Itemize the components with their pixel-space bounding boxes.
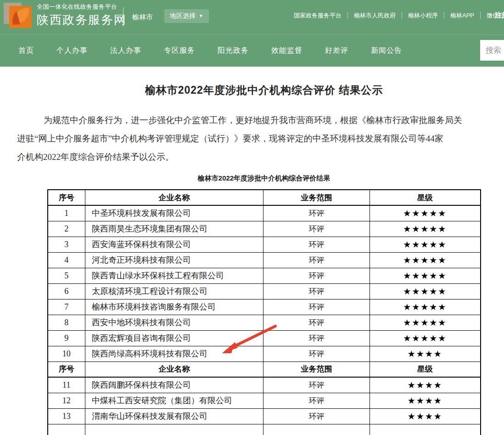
cell-name: 陕西青山绿水环保科技工程有限公司: [85, 268, 263, 283]
column-header: 星级: [370, 190, 481, 205]
cell-name: 陕西雨昊生态环境集团有限公司: [85, 221, 263, 237]
cell-name: 陕西尚绿高科环境科技有限公司: [85, 346, 263, 362]
star-rating-cell: ★★★★: [370, 346, 481, 362]
cell-scope: 环评: [263, 330, 370, 346]
nav-item[interactable]: 法人办事: [110, 46, 141, 56]
header-quick-links: 国家政务服务平台榆林市人民政府榆林小程序榆林APP微信公众号: [288, 12, 504, 19]
paragraph-line: 介机构2022年度综合评价结果予以公示。: [17, 148, 504, 166]
header-link[interactable]: 榆林市人民政府: [348, 12, 402, 19]
site-name: 陕西政务服务网: [37, 12, 127, 28]
cell-no: 3: [48, 237, 85, 252]
cell-name: 中圣环境科技发展有限公司: [85, 205, 263, 221]
nav-item[interactable]: 效能监督: [271, 46, 302, 56]
nav-item[interactable]: 首页: [18, 46, 34, 56]
nav-list: 首页个人办事法人办事专区服务阳光政务效能监督好差评新闻公告: [0, 35, 504, 67]
cell-scope: 环评: [263, 283, 370, 299]
nav-item[interactable]: 个人办事: [56, 46, 88, 56]
cell-no: 4: [48, 252, 85, 268]
cell-no: 7: [48, 299, 85, 315]
logo-icon: [4, 2, 32, 28]
header-link[interactable]: 国家政务服务平台: [288, 12, 348, 19]
site-header: 全国一体化在线政务服务平台 陕西政务服务网 榆林市 地区选择 ▼ 国家政务服务平…: [0, 0, 504, 34]
cell-scope: 环评: [263, 237, 370, 252]
star-rating-cell: ★★★★★: [370, 283, 481, 299]
star-rating-cell: ★★★★★: [370, 330, 481, 346]
cell-no: 1: [48, 205, 85, 221]
cell-name: 榆林市环境科技咨询服务有限公司: [85, 299, 263, 315]
cell-name: 太原核清环境工程设计有限公司: [85, 283, 263, 299]
cell-no: 13: [48, 408, 85, 424]
cell-no: 2: [48, 221, 85, 237]
table-row: 12中煤科工西安研究院（集团）有限公司环评★★★★: [48, 393, 481, 408]
region-select-label: 地区选择: [170, 12, 196, 20]
cell-scope: 环评: [263, 205, 370, 221]
header-link[interactable]: 榆林APP: [444, 12, 481, 19]
nav-item[interactable]: 好差评: [325, 46, 348, 56]
cell-no: [48, 424, 85, 435]
cell-scope: 环评: [263, 252, 370, 268]
cell-scope: 环评: [263, 299, 370, 315]
nav-item[interactable]: 新闻公告: [371, 46, 402, 56]
cell-name: 河北奇正环境科技有限公司: [85, 252, 263, 268]
cell-scope: 环评: [263, 346, 370, 362]
page-title: 榆林市2022年度涉批中介机构综合评价 结果公示: [0, 83, 504, 97]
cell-scope: 环评: [263, 268, 370, 283]
table-row: 10陕西尚绿高科环境科技有限公司环评★★★★: [48, 346, 481, 362]
column-header: 业务范围: [263, 190, 370, 205]
cell-name: [85, 424, 263, 435]
page-content: 榆林市2022年度涉批中介机构综合评价 结果公示 为规范中介服务行为，进一步强化…: [0, 83, 504, 435]
cell-scope: 环评: [263, 221, 370, 237]
paragraph-line: 为规范中介服务行为，进一步强化中介监管工作，更好地提升我市营商环境，根据《榆林市…: [17, 111, 504, 130]
star-rating-cell: ★★★★: [370, 408, 481, 424]
cell-scope: 环评: [263, 377, 370, 393]
star-rating-cell: ★★★★★: [370, 268, 481, 283]
column-header: 企业名称: [85, 362, 263, 377]
table-row: 9陕西宏辉项目咨询有限公司环评★★★★★: [48, 330, 481, 346]
column-header: 星级: [370, 362, 481, 377]
star-rating-cell: ★★★★★: [370, 237, 481, 252]
table-caption: 榆林市2022年度涉批中介机构综合评价结果: [0, 174, 504, 183]
cell-scope: 环评: [263, 408, 370, 424]
nav-item[interactable]: 专区服务: [164, 46, 195, 56]
nav-item[interactable]: 阳光政务: [218, 46, 249, 56]
cell-name: 陕西宏辉项目咨询有限公司: [85, 330, 263, 346]
chevron-down-icon: ▼: [199, 14, 203, 18]
cell-no: 5: [48, 268, 85, 283]
column-header: 序号: [48, 190, 85, 205]
search-input[interactable]: [480, 40, 504, 61]
cell-no: 11: [48, 377, 85, 393]
column-header: 企业名称: [85, 190, 263, 205]
star-rating-cell: ★★★★★: [370, 315, 481, 330]
star-rating-cell: ★★★★: [370, 377, 481, 393]
region-select-button[interactable]: 地区选择 ▼: [164, 9, 209, 23]
cell-name: 中煤科工西安研究院（集团）有限公司: [85, 393, 263, 408]
cell-no: 6: [48, 283, 85, 299]
announcement-paragraph: 为规范中介服务行为，进一步强化中介监管工作，更好地提升我市营商环境，根据《榆林市…: [0, 111, 504, 166]
brand-text: 全国一体化在线政务服务平台 陕西政务服务网: [37, 3, 127, 28]
table-row: 13渭南华山环保科技发展有限公司环评★★★★: [48, 408, 481, 424]
table-row: 7榆林市环境科技咨询服务有限公司环评★★★★★: [48, 299, 481, 315]
table-row: 1中圣环境科技发展有限公司环评★★★★★: [48, 205, 481, 221]
column-header: 序号: [48, 362, 85, 377]
table-header-row: 序号企业名称业务范围星级: [48, 190, 481, 205]
table-header-row: 序号企业名称业务范围星级: [48, 362, 481, 377]
table-row: 3西安海蓝环保科技有限公司环评★★★★★: [48, 237, 481, 252]
register-link[interactable]: 注册: [495, 11, 504, 20]
cell-scope: 环评: [263, 315, 370, 330]
table-row: 6太原核清环境工程设计有限公司环评★★★★★: [48, 283, 481, 299]
cell-no: 10: [48, 346, 85, 362]
platform-tagline: 全国一体化在线政务服务平台: [37, 3, 127, 11]
header-divider: [123, 7, 123, 27]
current-city-label: 榆林市: [132, 13, 153, 22]
site-logo[interactable]: 全国一体化在线政务服务平台 陕西政务服务网: [4, 2, 127, 28]
cell-scope: [263, 424, 370, 435]
cell-name: 渭南华山环保科技发展有限公司: [85, 408, 263, 424]
paragraph-line: 进驻“网上中介服务超市”中介机构考评管理规定（试行）》要求，现将评定的中圣环境科…: [17, 130, 504, 148]
table-row: 11陕西阔鹏环保科技有限公司环评★★★★: [48, 377, 481, 393]
evaluation-table: 序号企业名称业务范围星级1中圣环境科技发展有限公司环评★★★★★2陕西雨昊生态环…: [47, 189, 481, 435]
header-link[interactable]: 榆林小程序: [402, 12, 444, 19]
star-rating-cell: ★★★★★: [370, 221, 481, 237]
table-row: 5陕西青山绿水环保科技工程有限公司环评★★★★★: [48, 268, 481, 283]
cell-name: 陕西阔鹏环保科技有限公司: [85, 377, 263, 393]
table-row: 4河北奇正环境科技有限公司环评★★★★★: [48, 252, 481, 268]
